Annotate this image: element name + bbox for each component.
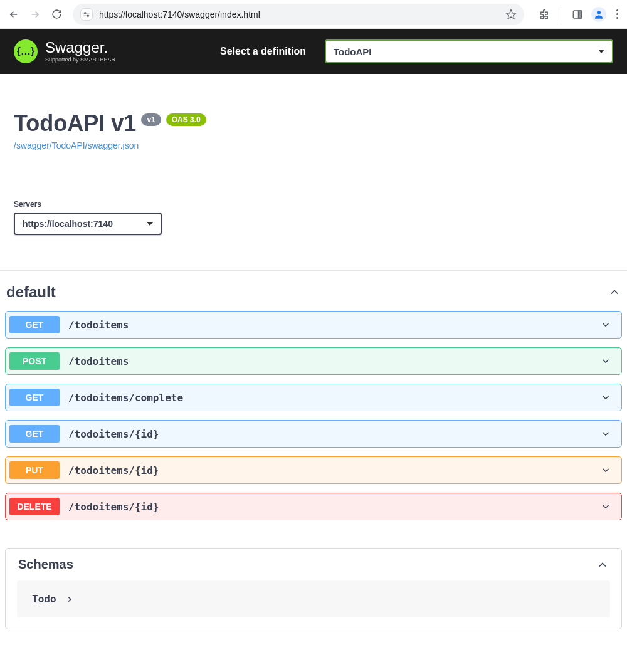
schema-item-todo[interactable]: Todo — [17, 580, 610, 617]
extensions-icon[interactable] — [537, 7, 552, 22]
chevron-down-icon — [600, 355, 611, 367]
chevron-down-icon — [147, 222, 153, 226]
url-text: https://localhost:7140/swagger/index.htm… — [99, 9, 499, 19]
chrome-right-controls — [532, 7, 622, 22]
forward-button[interactable] — [26, 6, 44, 23]
schemas-title: Schemas — [18, 557, 596, 572]
operation-post-todoitems[interactable]: POST /todoitems — [5, 347, 622, 375]
chevron-down-icon — [600, 428, 611, 439]
divider — [561, 7, 561, 22]
swagger-logo: {…} Swagger. Supported by SMARTBEAR — [14, 39, 115, 63]
method-badge: GET — [9, 316, 60, 333]
operation-path: /todoitems/{id} — [68, 465, 600, 476]
operation-get-todoitems[interactable]: GET /todoitems — [5, 311, 622, 339]
swagger-topbar: {…} Swagger. Supported by SMARTBEAR Sele… — [0, 29, 627, 74]
operation-path: /todoitems — [68, 319, 600, 331]
chevron-right-icon — [65, 595, 74, 604]
api-title-row: TodoAPI v1 v1 OAS 3.0 — [14, 110, 613, 137]
tag-section: default GET /todoitems POST /todoitems G… — [0, 270, 627, 548]
select-definition-label: Select a definition — [220, 46, 306, 57]
swagger-logo-text: Swagger. — [45, 40, 115, 55]
swagger-logo-icon: {…} — [14, 39, 38, 63]
svg-point-5 — [597, 11, 601, 14]
chevron-down-icon — [600, 465, 611, 476]
chevron-up-icon — [596, 559, 609, 571]
operation-path: /todoitems/complete — [68, 392, 600, 404]
operation-path: /todoitems — [68, 355, 600, 367]
svg-rect-4 — [579, 11, 582, 18]
chevron-down-icon — [600, 319, 611, 330]
schemas-section: Schemas Todo — [5, 548, 622, 629]
side-panel-icon[interactable] — [570, 7, 585, 22]
server-selected-value: https://localhost:7140 — [23, 219, 147, 229]
chevron-up-icon — [608, 286, 621, 298]
method-badge: DELETE — [9, 498, 60, 515]
operation-path: /todoitems/{id} — [68, 428, 600, 440]
site-settings-icon[interactable] — [80, 8, 93, 21]
svg-marker-2 — [507, 9, 516, 18]
schema-name: Todo — [32, 593, 56, 605]
operation-path: /todoitems/{id} — [68, 501, 600, 513]
method-badge: POST — [9, 352, 60, 370]
chevron-down-icon — [598, 50, 604, 53]
svg-point-0 — [85, 12, 86, 13]
tag-header[interactable]: default — [5, 271, 622, 311]
definition-selected-value: TodoAPI — [334, 46, 598, 57]
spec-link[interactable]: /swagger/TodoAPI/swagger.json — [14, 140, 139, 150]
tag-name: default — [6, 283, 608, 301]
method-badge: PUT — [9, 461, 60, 479]
oas-badge: OAS 3.0 — [166, 113, 206, 126]
browser-toolbar: https://localhost:7140/swagger/index.htm… — [0, 0, 627, 29]
swagger-logo-subtext: Supported by SMARTBEAR — [45, 56, 115, 63]
reload-button[interactable] — [48, 6, 65, 23]
profile-avatar[interactable] — [591, 7, 606, 22]
api-title: TodoAPI v1 — [14, 110, 136, 137]
swagger-content: TodoAPI v1 v1 OAS 3.0 /swagger/TodoAPI/s… — [0, 74, 627, 251]
schemas-header[interactable]: Schemas — [6, 549, 621, 580]
servers-label: Servers — [14, 200, 613, 209]
version-badge: v1 — [141, 113, 161, 126]
back-button[interactable] — [5, 6, 23, 23]
url-bar[interactable]: https://localhost:7140/swagger/index.htm… — [73, 4, 524, 25]
servers-section: Servers https://localhost:7140 — [14, 200, 613, 251]
method-badge: GET — [9, 389, 60, 406]
svg-point-1 — [87, 15, 88, 16]
operation-put-todoitems-id[interactable]: PUT /todoitems/{id} — [5, 456, 622, 484]
operation-delete-todoitems-id[interactable]: DELETE /todoitems/{id} — [5, 493, 622, 520]
server-select[interactable]: https://localhost:7140 — [14, 213, 162, 235]
bookmark-star-icon[interactable] — [505, 9, 517, 20]
method-badge: GET — [9, 425, 60, 443]
operation-get-todoitems-id[interactable]: GET /todoitems/{id} — [5, 420, 622, 448]
chevron-down-icon — [600, 392, 611, 403]
chrome-menu-icon[interactable] — [613, 9, 622, 19]
chevron-down-icon — [600, 501, 611, 512]
operation-get-todoitems-complete[interactable]: GET /todoitems/complete — [5, 384, 622, 411]
definition-select[interactable]: TodoAPI — [325, 39, 613, 63]
